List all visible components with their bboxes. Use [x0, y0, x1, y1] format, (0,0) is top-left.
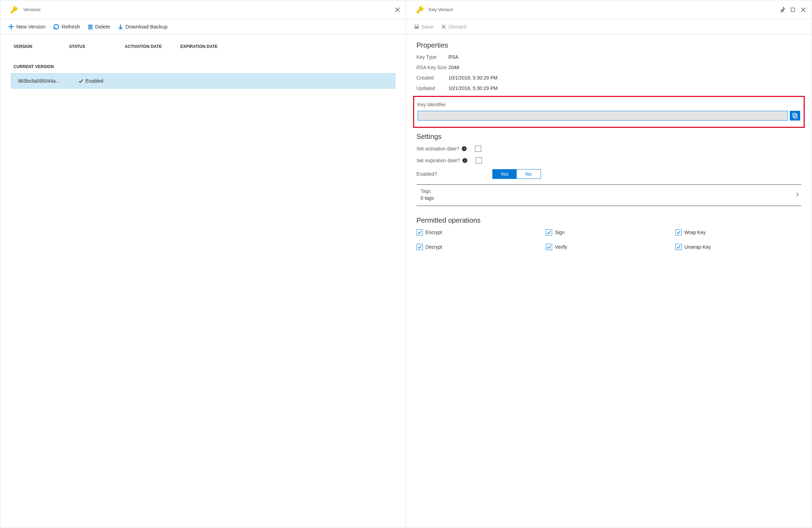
enabled-row: Enabled? Yes No	[417, 169, 802, 179]
op-decrypt: Decrypt	[417, 244, 543, 250]
op-label: Unwrap Key	[684, 244, 711, 250]
copy-button[interactable]	[790, 111, 800, 121]
chevron-right-icon	[795, 192, 800, 197]
prop-rsa-size: RSA Key Size 2048	[417, 65, 802, 70]
check-icon	[79, 79, 83, 83]
updated-value: 10/1/2018, 5:30:29 PM	[449, 85, 498, 91]
key-version-toolbar: Save Discard	[406, 19, 812, 34]
save-button[interactable]: Save	[414, 24, 433, 30]
plus-icon	[8, 24, 14, 30]
created-label: Created	[417, 75, 449, 81]
key-identifier-input[interactable]	[418, 111, 788, 121]
op-encrypt-checkbox[interactable]	[417, 229, 423, 236]
settings-heading: Settings	[417, 133, 802, 141]
col-expiration: EXPIRATION DATE	[180, 44, 236, 49]
versions-column-headers: VERSION STATUS ACTIVATION DATE EXPIRATIO…	[11, 41, 395, 52]
versions-header: Versions	[0, 0, 406, 19]
col-status: STATUS	[69, 44, 125, 49]
current-version-label: CURRENT VERSION	[11, 64, 395, 69]
tags-count: 0 tags	[421, 195, 434, 201]
key-icon	[10, 5, 19, 14]
discard-label: Discard	[449, 24, 466, 30]
key-icon	[416, 5, 425, 14]
op-label: Sign	[555, 230, 565, 235]
info-icon[interactable]: i	[462, 158, 467, 163]
close-icon[interactable]	[395, 7, 400, 13]
activation-checkbox[interactable]	[475, 146, 481, 152]
key-identifier-label: Key Identifier	[418, 102, 801, 107]
version-id: 863bc8a095044a…	[18, 78, 74, 84]
key-version-header: Key Version	[406, 0, 812, 19]
tags-row[interactable]: Tags 0 tags	[417, 184, 802, 206]
delete-label: Delete	[95, 24, 110, 30]
activation-date-row: Set activation date? i	[417, 146, 802, 152]
save-label: Save	[421, 24, 433, 30]
discard-icon	[441, 24, 446, 30]
svg-rect-18	[793, 113, 796, 117]
expiration-label: Set expiration date?	[417, 158, 460, 163]
toggle-yes[interactable]: Yes	[493, 170, 517, 179]
properties-heading: Properties	[417, 41, 802, 49]
prop-created: Created 10/1/2018, 5:30:29 PM	[417, 75, 802, 81]
op-sign: Sign	[546, 229, 672, 236]
svg-rect-3	[8, 26, 14, 27]
created-value: 10/1/2018, 5:30:29 PM	[449, 75, 498, 81]
permitted-operations-grid: Encrypt Sign Wrap Key Decrypt Verify	[417, 229, 802, 250]
download-backup-button[interactable]: Download Backup	[118, 24, 167, 30]
key-type-label: Key Type	[417, 54, 449, 60]
tags-label: Tags	[421, 188, 434, 194]
expiration-checkbox[interactable]	[476, 157, 482, 164]
op-sign-checkbox[interactable]	[546, 229, 552, 236]
updated-label: Updated	[417, 85, 449, 91]
version-status: Enabled	[79, 78, 103, 84]
svg-rect-17	[794, 115, 797, 118]
refresh-label: Refresh	[61, 24, 80, 30]
svg-rect-12	[791, 8, 795, 11]
key-version-blade: Key Version Save	[406, 0, 812, 528]
permitted-heading: Permitted operations	[417, 216, 802, 224]
key-identifier-highlight: Key Identifier	[413, 96, 805, 128]
delete-button[interactable]: Delete	[88, 24, 110, 30]
expiration-date-row: Set expiration date? i	[417, 157, 802, 164]
new-version-button[interactable]: New Version	[8, 24, 46, 30]
discard-button[interactable]: Discard	[441, 24, 466, 30]
rsa-size-label: RSA Key Size	[417, 65, 449, 70]
versions-title: Versions	[23, 7, 41, 12]
op-label: Wrap Key	[684, 230, 706, 235]
col-activation: ACTIVATION DATE	[125, 44, 180, 49]
prop-key-type: Key Type RSA	[417, 54, 802, 60]
copy-icon	[792, 113, 798, 118]
enabled-toggle[interactable]: Yes No	[492, 169, 541, 179]
close-icon[interactable]	[801, 7, 806, 13]
download-backup-label: Download Backup	[125, 24, 167, 30]
key-version-title: Key Version	[429, 7, 453, 12]
op-unwrap-key: Unwrap Key	[675, 244, 802, 250]
op-verify-checkbox[interactable]	[546, 244, 552, 250]
op-encrypt: Encrypt	[417, 229, 543, 236]
toggle-no[interactable]: No	[517, 170, 541, 179]
info-icon[interactable]: i	[462, 146, 467, 151]
op-label: Verify	[555, 244, 567, 250]
op-wrap-key-checkbox[interactable]	[675, 229, 682, 236]
rsa-size-value: 2048	[449, 65, 459, 70]
key-type-value: RSA	[449, 54, 459, 60]
col-version: VERSION	[14, 44, 69, 49]
versions-blade: Versions New Version Refresh	[0, 0, 406, 528]
refresh-icon	[53, 24, 59, 30]
new-version-label: New Version	[16, 24, 46, 30]
op-unwrap-key-checkbox[interactable]	[675, 244, 682, 250]
op-decrypt-checkbox[interactable]	[417, 244, 423, 250]
version-row[interactable]: 863bc8a095044a… Enabled	[11, 73, 395, 89]
prop-updated: Updated 10/1/2018, 5:30:29 PM	[417, 85, 802, 91]
op-label: Encrypt	[426, 230, 442, 235]
pin-icon[interactable]	[780, 7, 785, 13]
op-verify: Verify	[546, 244, 672, 250]
maximize-icon[interactable]	[790, 7, 796, 13]
enabled-label: Enabled?	[417, 171, 469, 177]
download-icon	[118, 24, 123, 30]
key-version-content: Properties Key Type RSA RSA Key Size 204…	[406, 34, 812, 257]
activation-label: Set activation date?	[417, 146, 459, 151]
trash-icon	[88, 24, 93, 30]
op-label: Decrypt	[426, 244, 442, 250]
refresh-button[interactable]: Refresh	[53, 24, 80, 30]
